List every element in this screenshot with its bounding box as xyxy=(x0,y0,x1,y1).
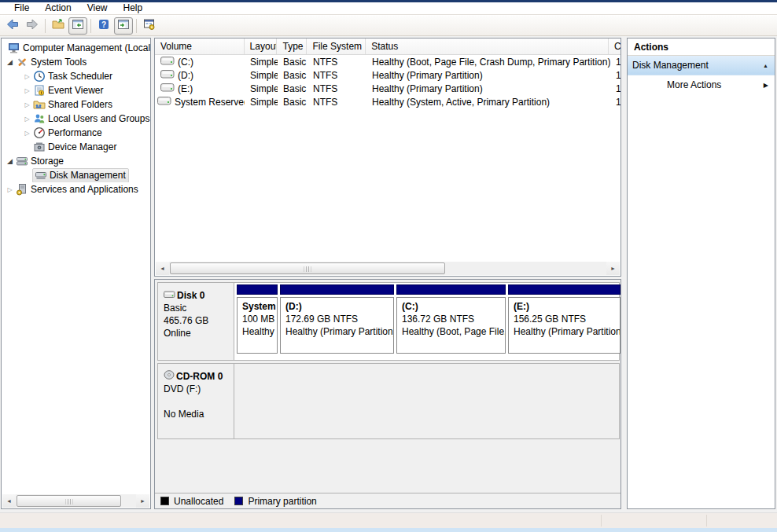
primary-partition-bar xyxy=(237,284,278,295)
toggle-action-pane-button[interactable] xyxy=(114,17,133,35)
scrollbar-track[interactable] xyxy=(16,494,136,508)
tree-item-computer-management[interactable]: Computer Management (Local) xyxy=(2,41,150,55)
expander-collapsed-icon[interactable]: ▷ xyxy=(22,87,32,94)
legend-bar: Unallocated Primary partition xyxy=(155,493,620,508)
tree-item-storage[interactable]: ◢ Storage xyxy=(2,154,150,168)
back-icon xyxy=(6,18,19,33)
volume-row-system-reserved[interactable]: System Reserved Simple Basic NTFS Health… xyxy=(155,95,620,108)
toolbar-separator xyxy=(45,19,46,33)
primary-partition-bar xyxy=(508,284,620,295)
toolbar: ? xyxy=(0,16,777,36)
volume-layout: Simple xyxy=(245,70,278,81)
volume-row-c[interactable]: (C:) Simple Basic NTFS Healthy (Boot, Pa… xyxy=(155,55,620,68)
tree-item-performance[interactable]: ▷ Performance xyxy=(2,126,150,140)
menu-view[interactable]: View xyxy=(79,2,116,15)
volume-file-system: NTFS xyxy=(307,83,366,94)
menu-action[interactable]: Action xyxy=(37,2,79,15)
scroll-left-button[interactable]: ◄ xyxy=(2,494,16,508)
partition-e[interactable]: (E:) 156.25 GB NTFS Healthy (Primary Par… xyxy=(508,284,620,360)
volume-type: Basic xyxy=(278,57,307,68)
column-header-layout[interactable]: Layout xyxy=(245,39,278,54)
storage-icon xyxy=(15,155,28,167)
system-tools-icon xyxy=(15,56,28,68)
disk0-row: Disk 0 Basic 465.76 GB Online System Res… xyxy=(157,282,620,361)
tree-item-event-viewer[interactable]: ▷ Event Viewer xyxy=(2,83,150,97)
partition-size: 100 MB xyxy=(242,313,277,325)
partition-name: (C:) xyxy=(402,300,505,313)
scrollbar-thumb[interactable] xyxy=(17,495,121,507)
volume-layout: Simple xyxy=(245,83,278,94)
tree-item-device-manager[interactable]: Device Manager xyxy=(2,140,150,154)
menu-bar: File Action View Help xyxy=(0,2,777,15)
volume-row-d[interactable]: (D:) Simple Basic NTFS Healthy (Primary … xyxy=(155,68,620,82)
tree-item-label: Local Users and Groups xyxy=(48,112,149,126)
volume-capacity: 156.25 GB xyxy=(610,83,621,94)
device-manager-icon xyxy=(32,141,46,153)
disk0-info[interactable]: Disk 0 Basic 465.76 GB Online xyxy=(158,283,234,360)
partition-status: Healthy (Primary Partition) xyxy=(514,325,620,338)
partition-c[interactable]: (C:) 136.72 GB NTFS Healthy (Boot, Page … xyxy=(396,284,506,360)
volume-row-e[interactable]: (E:) Simple Basic NTFS Healthy (Primary … xyxy=(155,82,620,95)
export-list-button[interactable] xyxy=(49,17,68,35)
more-actions-label: More Actions xyxy=(667,79,721,90)
back-button[interactable] xyxy=(3,17,22,35)
column-header-type[interactable]: Type xyxy=(277,39,307,54)
right-pane-splitter[interactable] xyxy=(622,38,626,509)
volume-type: Basic xyxy=(278,97,307,108)
volume-status: Healthy (System, Active, Primary Partiti… xyxy=(366,97,610,108)
chevron-up-icon[interactable]: ▲ xyxy=(763,63,768,68)
column-header-file-system[interactable]: File System xyxy=(307,39,366,54)
expander-collapsed-icon[interactable]: ▷ xyxy=(5,186,15,193)
partition-d[interactable]: (D:) 172.69 GB NTFS Healthy (Primary Par… xyxy=(280,284,394,360)
volume-name: (E:) xyxy=(178,83,193,94)
scrollbar-thumb[interactable] xyxy=(170,262,445,274)
actions-group-disk-management[interactable]: Disk Management ▲ xyxy=(628,56,775,75)
partition-system-reserved[interactable]: System Reserved 100 MB Healthy (System, … xyxy=(237,284,278,360)
column-header-volume[interactable]: Volume xyxy=(155,39,245,54)
tree-item-services-and-applications[interactable]: ▷ Services and Applications xyxy=(2,182,150,196)
menu-help[interactable]: Help xyxy=(116,2,151,15)
volume-type: Basic xyxy=(278,70,307,81)
expander-expanded-icon[interactable]: ◢ xyxy=(5,58,15,66)
expander-collapsed-icon[interactable]: ▷ xyxy=(22,101,32,108)
scroll-right-button[interactable]: ► xyxy=(606,262,620,275)
volume-capacity: 172.69 GB xyxy=(610,70,621,81)
menu-file[interactable]: File xyxy=(6,2,37,15)
tree-item-label: Device Manager xyxy=(48,141,116,154)
event-viewer-icon xyxy=(32,84,46,97)
expander-expanded-icon[interactable]: ◢ xyxy=(5,157,15,165)
volume-drive-icon xyxy=(157,97,171,108)
tree-item-system-tools[interactable]: ◢ System Tools xyxy=(2,55,150,69)
tree-item-local-users-and-groups[interactable]: ▷ Local Users and Groups xyxy=(2,112,150,126)
toggle-console-tree-button[interactable] xyxy=(68,17,87,35)
scroll-right-button[interactable]: ► xyxy=(136,494,149,508)
status-bar-separator xyxy=(706,515,707,526)
scroll-left-button[interactable]: ◄ xyxy=(156,262,169,275)
expander-collapsed-icon[interactable]: ▷ xyxy=(22,116,32,123)
tree-item-label: Computer Management (Local) xyxy=(23,42,150,55)
scrollbar-track[interactable] xyxy=(169,262,606,275)
expander-collapsed-icon[interactable]: ▷ xyxy=(22,130,32,137)
tree-item-disk-management[interactable]: Disk Management xyxy=(2,168,150,182)
tree-item-task-scheduler[interactable]: ▷ Task Scheduler xyxy=(2,69,150,83)
help-button[interactable]: ? xyxy=(94,17,113,35)
partition-size: 156.25 GB NTFS xyxy=(514,313,620,325)
expander-collapsed-icon[interactable]: ▷ xyxy=(22,73,32,80)
column-header-capacity[interactable]: C xyxy=(609,39,620,54)
toolbar-separator xyxy=(136,19,137,33)
partition-status: Healthy (Primary Partition) xyxy=(285,325,393,338)
cdrom0-row: CD-ROM 0 DVD (F:) No Media xyxy=(157,363,620,439)
tree-item-shared-folders[interactable]: ▷ Shared Folders xyxy=(2,97,150,112)
volume-file-system: NTFS xyxy=(307,70,366,81)
more-actions-item[interactable]: More Actions ▶ xyxy=(628,75,775,94)
column-header-status[interactable]: Status xyxy=(366,39,609,54)
cdrom-icon xyxy=(164,370,175,383)
cdrom0-info[interactable]: CD-ROM 0 DVD (F:) No Media xyxy=(158,364,234,438)
forward-button[interactable] xyxy=(23,17,42,35)
volume-capacity: 100 MB xyxy=(610,97,621,108)
export-folder-icon xyxy=(52,18,64,33)
partition-name: (D:) xyxy=(285,300,393,313)
console-properties-button[interactable] xyxy=(140,17,159,35)
tree-item-label: Storage xyxy=(31,155,64,168)
volume-name: System Reserved xyxy=(175,97,245,108)
